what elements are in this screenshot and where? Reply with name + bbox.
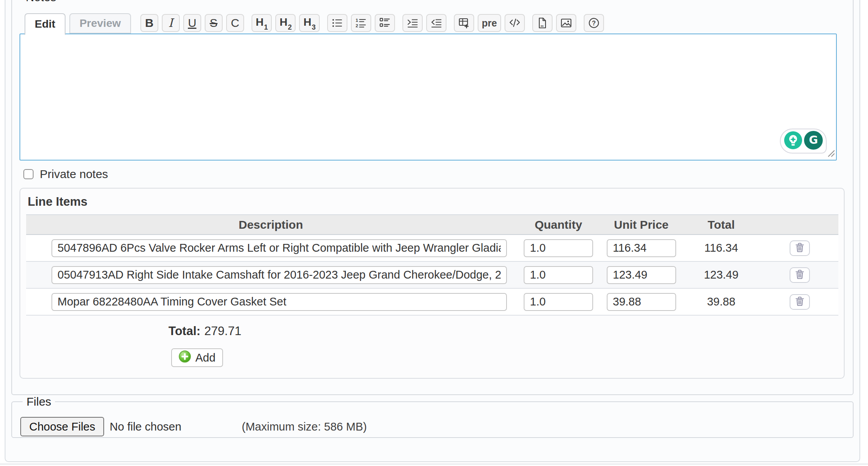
line-total: 39.88 [681, 288, 761, 315]
line-item-row: 123.49 [26, 261, 838, 288]
toolbar-button-group: BIUSC [140, 14, 244, 32]
delete-line-item-button[interactable] [790, 294, 810, 310]
notes-editor: Edit Preview BIUSCH1H2H312pre∞? [19, 12, 845, 161]
line-item-row: 39.88 [26, 288, 838, 315]
help-button[interactable]: ? [584, 14, 604, 32]
quantity-input[interactable] [524, 293, 593, 311]
choose-files-button[interactable]: Choose Files [20, 417, 104, 436]
svg-text:1: 1 [356, 18, 358, 23]
toolbar-button-group: H1H2H3 [252, 14, 320, 32]
max-size-text: (Maximum size: 586 MB) [242, 420, 367, 433]
files-row: Choose Files No file chosen (Maximum siz… [20, 417, 845, 436]
column-header-actions [761, 215, 838, 235]
column-header-total: Total [681, 215, 761, 235]
toolbar-button-group: 12 [327, 14, 395, 32]
toolbar-button-group: pre [454, 14, 525, 32]
heading2-button[interactable]: H2 [275, 14, 296, 32]
ordered-list-button[interactable]: 12 [351, 14, 371, 32]
choose-files-label: Choose Files [29, 420, 95, 433]
quantity-input[interactable] [524, 239, 593, 257]
notes-fieldset: Notes Edit Preview BIUSCH1H2H312pre∞? [11, 0, 854, 395]
description-input[interactable] [51, 266, 507, 284]
unit-price-input[interactable] [607, 266, 676, 284]
files-fieldset: Files Choose Files No file chosen (Maxim… [11, 395, 854, 438]
page: Notes Edit Preview BIUSCH1H2H312pre∞? [0, 0, 868, 466]
private-notes-row: Private notes [23, 168, 845, 181]
description-input[interactable] [51, 239, 507, 257]
line-total: 116.34 [681, 235, 761, 261]
grammarly-logo-icon[interactable]: G [804, 131, 823, 151]
tab-edit[interactable]: Edit [25, 13, 66, 35]
description-input[interactable] [51, 293, 507, 311]
bold-button[interactable]: B [140, 14, 158, 32]
notes-textarea-wrap: G [19, 34, 837, 161]
svg-text:∞: ∞ [541, 23, 544, 28]
toolbar-button-group [402, 14, 446, 32]
line-items-header-row: Description Quantity Unit Price Total [26, 215, 838, 235]
toolbar-button-group: ∞ [532, 14, 576, 32]
preformatted-button[interactable]: pre [478, 14, 501, 32]
underline-button[interactable]: U [183, 14, 201, 32]
line-items-panel: Line Items Description Quantity Unit Pri… [19, 188, 845, 379]
trash-icon [794, 268, 806, 281]
add-plus-icon [179, 350, 191, 365]
heading3-button[interactable]: H3 [299, 14, 319, 32]
no-file-chosen-text: No file chosen [110, 420, 181, 433]
insert-image-button[interactable] [556, 14, 576, 32]
formatting-toolbar: BIUSCH1H2H312pre∞? [140, 14, 612, 32]
delete-line-item-button[interactable] [790, 267, 810, 283]
private-notes-checkbox[interactable] [23, 169, 34, 179]
indent-button[interactable] [402, 14, 423, 32]
unit-price-input[interactable] [607, 293, 676, 311]
unordered-list-button[interactable] [327, 14, 347, 32]
strikethrough-button[interactable]: S [205, 14, 223, 32]
line-items-total-row: Total:279.71 [168, 324, 844, 338]
heading1-button[interactable]: H1 [252, 14, 272, 32]
italic-button[interactable]: I [162, 14, 180, 32]
definition-list-button[interactable] [375, 14, 395, 32]
notes-textarea[interactable] [19, 34, 837, 161]
line-total: 123.49 [681, 261, 761, 288]
column-header-unit-price: Unit Price [601, 215, 681, 235]
editor-tab-toolbar-row: Edit Preview BIUSCH1H2H312pre∞? [19, 12, 845, 34]
bottom-divider [0, 464, 868, 464]
column-header-quantity: Quantity [515, 215, 601, 235]
inline-code-button[interactable]: C [226, 14, 244, 32]
svg-text:2: 2 [356, 23, 358, 28]
private-notes-label: Private notes [40, 168, 108, 181]
column-header-description: Description [26, 215, 515, 235]
add-button-label: Add [195, 351, 216, 364]
code-block-button[interactable] [505, 14, 525, 32]
svg-text:G: G [809, 134, 818, 147]
notes-legend: Notes [22, 0, 60, 4]
delete-line-item-button[interactable] [790, 240, 810, 256]
tab-preview[interactable]: Preview [69, 13, 131, 34]
add-line-item-button[interactable]: Add [171, 348, 223, 367]
files-legend: Files [23, 395, 55, 408]
line-item-row: 116.34 [26, 235, 838, 261]
toolbar-button-group: ? [584, 14, 604, 32]
unit-price-input[interactable] [607, 239, 676, 257]
line-items-table: Description Quantity Unit Price Total [26, 214, 838, 316]
grammarly-suggestion-bulb-icon[interactable] [784, 131, 802, 151]
insert-table-button[interactable] [454, 14, 474, 32]
trash-icon [794, 242, 806, 254]
line-items-title: Line Items [28, 195, 844, 209]
total-value: 279.71 [204, 324, 241, 338]
textarea-resize-handle[interactable] [827, 149, 835, 159]
quantity-input[interactable] [524, 266, 593, 284]
svg-text:?: ? [592, 20, 596, 26]
outdent-button[interactable] [426, 14, 446, 32]
attach-file-button[interactable]: ∞ [532, 14, 553, 32]
trash-icon [794, 295, 806, 308]
grammarly-widget[interactable]: G [780, 129, 827, 154]
main-container: Notes Edit Preview BIUSCH1H2H312pre∞? [5, 0, 860, 462]
total-label: Total: [168, 324, 200, 338]
